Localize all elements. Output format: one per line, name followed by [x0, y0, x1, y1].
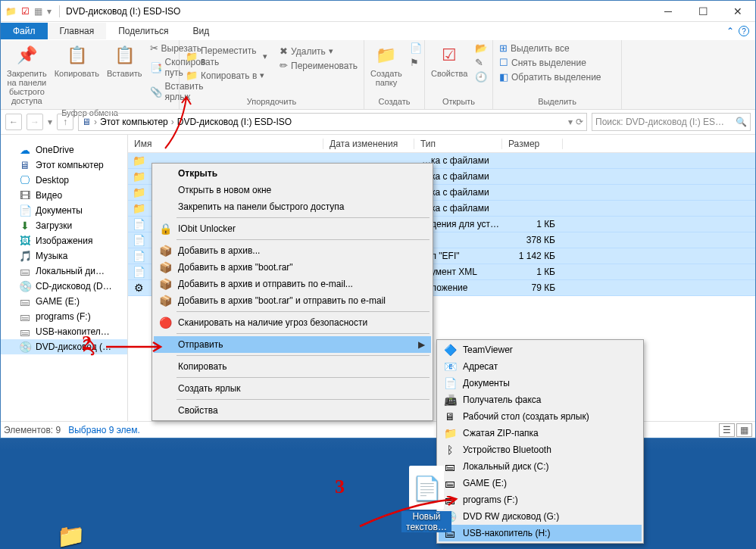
menu-icon: 📦: [158, 294, 172, 307]
tab-view[interactable]: Вид: [180, 23, 221, 39]
submenu-item[interactable]: 📧Адресат: [439, 358, 642, 375]
crumb-dvd[interactable]: DVD-дисковод (I:) ESD-ISO: [177, 117, 292, 127]
view-icons-icon[interactable]: ▦: [736, 423, 752, 437]
back-button[interactable]: ←: [5, 114, 22, 130]
up-button[interactable]: ↑: [57, 114, 73, 130]
minimize-button[interactable]: ─: [651, 1, 686, 22]
nav-item[interactable]: 🖴USB-накопител…: [1, 324, 127, 339]
submenu-item[interactable]: 🖴GAME (E:): [439, 475, 642, 491]
nav-item[interactable]: 💿DVD-дисковод (…: [1, 339, 127, 354]
col-size[interactable]: Размер: [502, 139, 563, 149]
close-button[interactable]: ✕: [720, 1, 755, 22]
desktop-icon-folder[interactable]: 📁: [45, 525, 95, 547]
menu-icon: 📄: [443, 376, 457, 390]
select-all-button[interactable]: ⊞Выделить все: [498, 42, 603, 55]
menu-item[interactable]: Создать ярлык: [154, 380, 431, 397]
pin-button[interactable]: 📌Закрепить на панели быстрого доступа: [5, 42, 48, 107]
menu-item[interactable]: Открыть в новом окне: [154, 182, 431, 198]
menu-item[interactable]: Копировать: [154, 358, 431, 375]
forward-button[interactable]: →: [27, 114, 43, 130]
nav-item[interactable]: 🎵Музыка: [1, 248, 127, 264]
move-to-button[interactable]: 📁Переместить в ▾: [184, 45, 269, 67]
submenu-item[interactable]: 🖴programs (F:): [439, 491, 642, 508]
edit-button[interactable]: ✎: [473, 56, 489, 69]
collapse-ribbon-icon[interactable]: ⌃: [726, 26, 734, 36]
submenu-item[interactable]: 🖴Локальный диск (C:): [439, 458, 642, 475]
nav-item[interactable]: 🖴programs (F:): [1, 309, 127, 324]
nav-icon: 🖴: [19, 326, 31, 338]
nav-item[interactable]: 📄Документы: [1, 203, 127, 218]
window-title: DVD-дисковод (I:) ESD-ISO: [63, 6, 651, 17]
delete-button[interactable]: ✖Удалить ▾: [278, 45, 359, 58]
submenu-item[interactable]: 🔷TeamViewer: [439, 342, 642, 358]
rename-button[interactable]: ✏Переименовать: [278, 59, 359, 72]
new-folder-button[interactable]: 📁Создать папку: [369, 42, 404, 89]
qat-dropdown-icon[interactable]: ▾: [47, 6, 52, 17]
submenu-item[interactable]: 🖴USB-накопитель (H:): [439, 525, 642, 541]
menu-label: Открыть в новом окне: [178, 185, 271, 195]
new-item-button[interactable]: 📄: [408, 42, 423, 55]
invert-selection-button[interactable]: ◧Обратить выделение: [498, 70, 603, 83]
help-icon[interactable]: ?: [739, 26, 749, 36]
nav-item[interactable]: 🖴Локальный ди…: [1, 264, 127, 279]
copy-to-button[interactable]: 📁Копировать в ▾: [184, 69, 269, 82]
col-name[interactable]: Имя: [128, 139, 323, 149]
nav-item[interactable]: ⬇Загрузки: [1, 218, 127, 233]
search-input[interactable]: Поиск: DVD-дисковод (I:) ES… 🔍: [592, 113, 751, 131]
maximize-button[interactable]: ☐: [686, 1, 720, 22]
submenu-item[interactable]: ᛒУстройство Bluetooth: [439, 441, 642, 458]
crumb-dropdown-icon[interactable]: ▾: [568, 117, 573, 127]
nav-label: Загрузки: [36, 220, 72, 231]
nav-icon: 📄: [19, 204, 31, 217]
menu-item[interactable]: Открыть: [154, 165, 431, 182]
nav-item[interactable]: 🖵Desktop: [1, 173, 127, 188]
nav-item[interactable]: 🎞Видео: [1, 188, 127, 203]
nav-item[interactable]: ☁OneDrive: [1, 142, 127, 158]
menu-item[interactable]: 📦Добавить в архив и отправить по e-mail.…: [154, 276, 431, 292]
submenu-item[interactable]: 📠Получатель факса: [439, 391, 642, 408]
menu-item[interactable]: 📦Добавить в архив...: [154, 242, 431, 259]
view-details-icon[interactable]: ☰: [719, 423, 735, 437]
copy-button[interactable]: 📋Копировать: [53, 42, 101, 80]
menu-icon: 🔴: [158, 316, 172, 329]
menu-item[interactable]: Закрепить на панели быстрого доступа: [154, 198, 431, 215]
col-date[interactable]: Дата изменения: [323, 139, 414, 149]
properties-button[interactable]: ☑Свойства: [430, 42, 469, 80]
recent-dropdown[interactable]: ▾: [48, 117, 52, 127]
menu-item[interactable]: 📦Добавить в архив "boot.rar" и отправить…: [154, 292, 431, 309]
submenu-item[interactable]: 📄Документы: [439, 375, 642, 391]
paste-button[interactable]: 📋Вставить: [105, 42, 144, 80]
qat-checkbox-icon[interactable]: ☑: [21, 6, 30, 17]
refresh-icon[interactable]: ⟳: [576, 117, 583, 127]
menu-item[interactable]: Свойства: [154, 402, 431, 419]
file-icon: 📄: [133, 218, 145, 230]
tab-share[interactable]: Поделиться: [106, 23, 180, 39]
submenu-item[interactable]: 📁Сжатая ZIP-папка: [439, 425, 642, 441]
submenu-item[interactable]: 💿DVD RW дисковод (G:): [439, 508, 642, 525]
qat-file-icon[interactable]: ▦: [34, 6, 42, 17]
menu-label: Рабочий стол (создать ярлык): [463, 411, 589, 422]
tab-file[interactable]: Файл: [1, 23, 48, 39]
menu-item[interactable]: Отправить▶: [154, 336, 431, 353]
annotation-3: 3: [335, 476, 345, 498]
nav-item[interactable]: 🖼Изображения: [1, 233, 127, 248]
deselect-button[interactable]: ☐Снять выделение: [498, 56, 603, 69]
nav-item[interactable]: 🖥Этот компьютер: [1, 158, 127, 173]
nav-item[interactable]: 🖴GAME (E:): [1, 294, 127, 309]
crumb-thispc[interactable]: Этот компьютер: [100, 117, 168, 127]
menu-label: Сжатая ZIP-папка: [463, 428, 539, 438]
file-icon: 📄: [133, 234, 145, 246]
col-type[interactable]: Тип: [414, 139, 502, 149]
menu-item[interactable]: 🔒IObit Unlocker: [154, 220, 431, 237]
nav-item[interactable]: 💿CD-дисковод (D…: [1, 279, 127, 294]
submenu-item[interactable]: 🖥Рабочий стол (создать ярлык): [439, 408, 642, 425]
history-button[interactable]: 🕘: [473, 70, 489, 83]
menu-item[interactable]: 🔴Сканировать на наличие угроз безопаснос…: [154, 314, 431, 331]
open-button[interactable]: 📂: [473, 42, 489, 55]
nav-label: Изображения: [36, 236, 92, 246]
tab-home[interactable]: Главная: [48, 23, 107, 39]
menu-item[interactable]: 📦Добавить в архив "boot.rar": [154, 259, 431, 276]
desktop-icon-newtext[interactable]: 📄 Новый текстов…: [401, 466, 451, 532]
easy-access-button[interactable]: ⚑: [408, 56, 423, 69]
breadcrumb[interactable]: 🖥 › Этот компьютер › DVD-дисковод (I:) E…: [78, 113, 587, 131]
